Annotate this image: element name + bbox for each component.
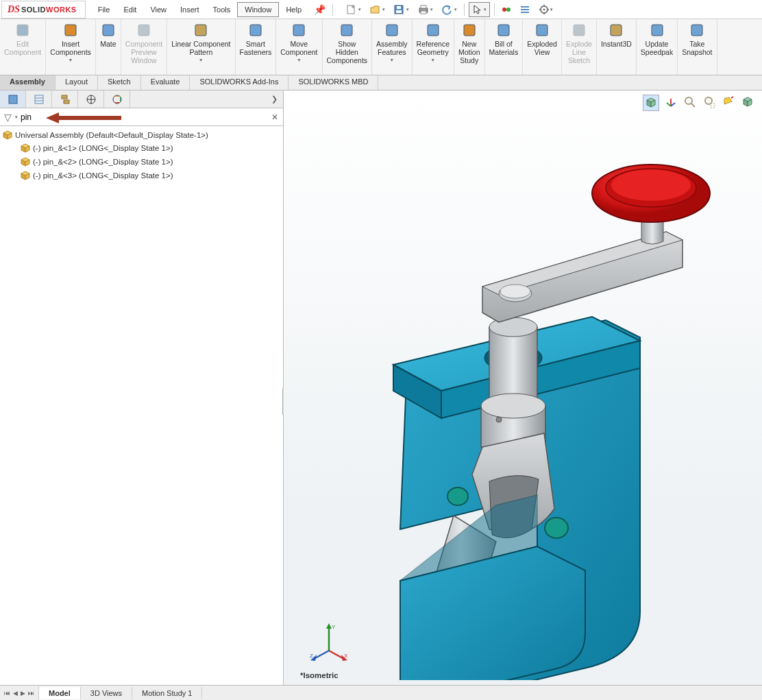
svg-rect-26	[386, 25, 397, 36]
bottom-tab-3d-views[interactable]: 3D Views	[81, 687, 132, 699]
bottom-next-icon[interactable]: ▶	[19, 690, 27, 697]
ribbon-bill-of-materials-label: Bill ofMaterials	[489, 40, 519, 56]
fm-expand-arrow[interactable]: ❯	[130, 90, 283, 108]
bottom-first-icon[interactable]: ⏮	[3, 690, 12, 697]
menu-item-tools[interactable]: Tools	[206, 3, 238, 16]
svg-rect-25	[341, 25, 352, 36]
part-icon	[21, 157, 30, 167]
qat-select-button[interactable]: ▾	[469, 2, 490, 17]
menu-item-view[interactable]: View	[143, 3, 173, 16]
command-tabs: AssemblyLayoutSketchEvaluateSOLIDWORKS A…	[0, 75, 762, 90]
ribbon-instant3d[interactable]: Instant3D	[597, 19, 637, 75]
ribbon-update-speedpak[interactable]: UpdateSpeedpak	[637, 19, 678, 75]
fm-config-tab[interactable]	[52, 90, 78, 108]
svg-point-55	[481, 394, 545, 418]
ribbon-component-preview-label: ComponentPreviewWindow	[125, 40, 162, 64]
svg-rect-2	[397, 6, 401, 9]
feature-tree: Universal Assembly (Default<Default_Disp…	[0, 126, 283, 185]
bottom-prev-icon[interactable]: ◀	[12, 690, 19, 697]
fm-tree-tab[interactable]	[0, 90, 26, 108]
ribbon-show-hidden[interactable]: ShowHiddenComponents	[323, 19, 373, 75]
qat-options-button[interactable]	[517, 3, 533, 16]
tab-assembly[interactable]: Assembly	[0, 75, 56, 90]
svg-rect-19	[65, 25, 76, 36]
menu-item-insert[interactable]: Insert	[173, 3, 206, 16]
tree-root-item[interactable]: Universal Assembly (Default<Default_Disp…	[3, 129, 280, 141]
svg-rect-28	[464, 25, 475, 36]
menu-item-edit[interactable]: Edit	[116, 3, 143, 16]
view-orientation-label: *Isometric	[300, 671, 339, 679]
ribbon-assembly-features[interactable]: AssemblyFeatures▼	[372, 19, 413, 75]
qat-save-button[interactable]: ▾	[391, 3, 412, 16]
bottom-tab-motion-study-1[interactable]: Motion Study 1	[132, 687, 202, 699]
menu-item-help[interactable]: Help	[279, 3, 308, 16]
tree-item-label: (-) pin_&<2> (LONG<_Display State 1>)	[33, 158, 173, 166]
ribbon-move-component[interactable]: MoveComponent▼	[276, 19, 322, 75]
tab-layout[interactable]: Layout	[56, 75, 98, 90]
qat-rebuild-button[interactable]	[499, 3, 514, 16]
bottom-tab-model[interactable]: Model	[39, 687, 81, 699]
qat-print-button[interactable]: ▾	[415, 3, 436, 16]
ribbon-move-component-icon	[291, 22, 307, 38]
ribbon-linear-pattern-label: Linear ComponentPattern	[171, 40, 230, 56]
bottom-last-icon[interactable]: ⏭	[27, 690, 36, 697]
qat-settings-button[interactable]: ▾	[536, 3, 556, 16]
ribbon-new-motion-study-label: NewMotionStudy	[458, 40, 480, 64]
chevron-down-icon: ▼	[69, 58, 73, 62]
ribbon-explode-line-sketch: ExplodeLineSketch	[562, 19, 597, 75]
ribbon-insert-components-label: InsertComponents	[50, 40, 91, 56]
qat-open-button[interactable]: ▾	[367, 3, 388, 16]
qat-undo-button[interactable]: ▾	[439, 3, 460, 16]
menu-bar: DS SOLIDWORKS FileEditViewInsertToolsWin…	[0, 0, 762, 19]
ribbon-linear-pattern-icon	[193, 22, 209, 38]
filter-row: ▽ ▾ ✕	[0, 108, 283, 126]
svg-rect-35	[9, 95, 17, 104]
ribbon-show-hidden-label: ShowHiddenComponents	[327, 40, 368, 64]
menu-item-window[interactable]: Window	[237, 2, 279, 17]
fm-dimxpert-tab[interactable]	[78, 90, 104, 108]
tree-item[interactable]: (-) pin_&<3> (LONG<_Display State 1>)	[3, 169, 280, 182]
tree-item-label: (-) pin_&<3> (LONG<_Display State 1>)	[33, 171, 173, 180]
tab-evaluate[interactable]: Evaluate	[141, 75, 190, 90]
tab-sketch[interactable]: Sketch	[98, 75, 141, 90]
graphics-viewport[interactable]: Y X Z *Isometric	[284, 90, 762, 685]
qat-new-button[interactable]: ▾	[343, 3, 364, 16]
fm-display-tab[interactable]	[104, 90, 130, 108]
ribbon-assembly-features-label: AssemblyFeatures	[376, 40, 408, 56]
ribbon-reference-geometry[interactable]: ReferenceGeometry▼	[413, 19, 454, 75]
funnel-icon[interactable]: ▽	[0, 112, 15, 123]
ribbon-smart-fasteners[interactable]: SmartFasteners	[236, 19, 277, 75]
menu-item-file[interactable]: File	[91, 3, 117, 16]
ribbon-linear-pattern[interactable]: Linear ComponentPattern▼	[167, 19, 235, 75]
ribbon-explode-line-sketch-label: ExplodeLineSketch	[566, 40, 592, 64]
ribbon-take-snapshot[interactable]: TakeSnapshot	[678, 19, 717, 75]
svg-rect-5	[421, 5, 426, 8]
filter-input[interactable]	[21, 112, 267, 122]
tab-solidworks-add-ins[interactable]: SOLIDWORKS Add-Ins	[190, 75, 288, 90]
fm-property-tab[interactable]	[26, 90, 52, 108]
filter-clear-button[interactable]: ✕	[267, 112, 283, 122]
svg-text:X: X	[344, 653, 348, 659]
part-icon	[21, 171, 30, 180]
assembly-icon	[3, 130, 12, 140]
svg-point-64	[611, 169, 691, 201]
orientation-triad-icon: Y X Z	[308, 622, 349, 663]
svg-point-61	[500, 285, 530, 298]
menu-items: FileEditViewInsertToolsWindowHelp	[91, 2, 308, 17]
tree-item[interactable]: (-) pin_&<1> (LONG<_Display State 1>)	[3, 141, 280, 155]
ribbon-exploded-view[interactable]: ExplodedView	[523, 19, 562, 75]
ribbon-new-motion-study[interactable]: NewMotionStudy	[454, 19, 485, 75]
ribbon-insert-components[interactable]: InsertComponents▼	[46, 19, 96, 75]
ribbon-bill-of-materials[interactable]: Bill ofMaterials	[485, 19, 524, 75]
ribbon-mate[interactable]: Mate	[96, 19, 121, 75]
svg-text:Y: Y	[332, 624, 336, 630]
pushpin-icon[interactable]: 📌	[308, 4, 331, 15]
svg-text:Z: Z	[310, 653, 313, 659]
bottom-nav: ⏮ ◀ ▶ ⏭	[0, 686, 39, 700]
tree-item[interactable]: (-) pin_&<2> (LONG<_Display State 1>)	[3, 155, 280, 169]
tab-solidworks-mbd[interactable]: SOLIDWORKS MBD	[288, 75, 378, 90]
quick-access-toolbar: ▾ ▾ ▾ ▾ ▾ ▾ ▾	[343, 2, 556, 17]
ribbon-exploded-view-icon	[534, 22, 550, 38]
filter-dropdown-arrow[interactable]: ▾	[15, 114, 18, 120]
svg-rect-22	[195, 25, 206, 36]
